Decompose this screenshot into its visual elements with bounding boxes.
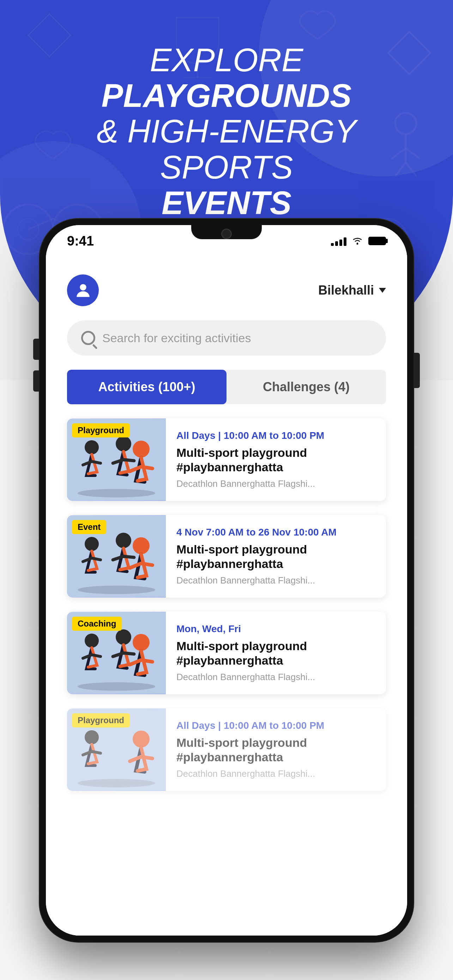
battery-icon [368, 237, 386, 245]
power-button [413, 353, 420, 388]
avatar-icon [73, 281, 93, 300]
time-display: 9:41 [67, 234, 94, 249]
search-placeholder: Search for exciting activities [102, 331, 251, 345]
card-image: Playground [67, 708, 166, 791]
activity-card[interactable]: Coaching Mon, Wed, Fri Multi-sport playg… [67, 612, 386, 694]
card-location: Decathlon Bannerghatta Flagshi... [176, 478, 375, 489]
app-header: Bilekhalli [46, 257, 407, 317]
signal-icon [331, 236, 347, 246]
svg-point-31 [78, 585, 155, 594]
card-badge: Playground [72, 713, 130, 727]
wifi-icon [352, 237, 363, 245]
location-label: Bilekhalli [318, 283, 374, 298]
search-bar[interactable]: Search for exciting activities [67, 320, 386, 356]
app-content: Bilekhalli Search for exciting activitie… [46, 257, 407, 935]
svg-point-38 [116, 629, 131, 645]
phone-screen: 9:41 [46, 225, 407, 935]
notch [191, 225, 262, 239]
status-bar: 9:41 [46, 225, 407, 257]
camera [221, 229, 232, 239]
card-date: All Days | 10:00 AM to 10:00 PM [176, 430, 375, 441]
activity-card[interactable]: Playground All Days | 10:00 AM to 10:00 … [67, 708, 386, 791]
hero-section: EXPLORE PLAYGROUNDS & HIGH-ENERGY SPORTS… [28, 42, 425, 221]
card-image: Playground [67, 418, 166, 501]
hero-line1: EXPLORE [150, 42, 304, 78]
search-icon [81, 331, 95, 345]
svg-point-41 [78, 779, 155, 788]
card-badge: Event [72, 520, 106, 534]
svg-point-42 [85, 730, 99, 745]
card-image: Coaching [67, 612, 166, 694]
activity-card[interactable]: Playground All Days | 10:00 AM to 10:00 … [67, 418, 386, 501]
volume-up-button [33, 339, 40, 360]
avatar[interactable] [67, 274, 99, 306]
svg-point-28 [116, 436, 131, 452]
svg-point-27 [85, 440, 99, 454]
card-badge: Coaching [72, 617, 122, 631]
card-date: Mon, Wed, Fri [176, 624, 375, 635]
tabs-container: Activities (100+) Challenges (4) [67, 370, 386, 404]
card-info: All Days | 10:00 AM to 10:00 PM Multi-sp… [166, 708, 386, 791]
svg-point-43 [133, 730, 149, 748]
cards-container: Playground All Days | 10:00 AM to 10:00 … [46, 418, 407, 791]
card-date: All Days | 10:00 AM to 10:00 PM [176, 720, 375, 731]
card-info: 4 Nov 7:00 AM to 26 Nov 10:00 AM Multi-s… [166, 515, 386, 598]
card-image: Event [67, 515, 166, 598]
activity-card[interactable]: Event 4 Nov 7:00 AM to 26 Nov 10:00 AM M… [67, 515, 386, 598]
card-location: Decathlon Bannerghatta Flagshi... [176, 768, 375, 779]
svg-point-36 [78, 682, 155, 691]
svg-point-23 [357, 243, 358, 245]
hero-line3-bold: EVENTS [162, 185, 291, 221]
tab-challenges[interactable]: Challenges (4) [227, 370, 386, 404]
svg-point-29 [133, 441, 149, 458]
tab-activities[interactable]: Activities (100+) [67, 370, 227, 404]
svg-point-26 [78, 489, 155, 497]
card-info: Mon, Wed, Fri Multi-sport playground #pl… [166, 612, 386, 694]
hero-line2: & HIGH-ENERGY SPORTS [97, 113, 356, 185]
card-date: 4 Nov 7:00 AM to 26 Nov 10:00 AM [176, 527, 375, 538]
card-title: Multi-sport playground #playbannerghatta [176, 542, 375, 571]
svg-point-33 [116, 533, 131, 548]
svg-point-32 [85, 537, 99, 551]
phone-frame: 9:41 [40, 219, 413, 942]
location-chevron-icon [379, 288, 386, 293]
hero-line1-bold: PLAYGROUNDS [102, 78, 352, 114]
card-location: Decathlon Bannerghatta Flagshi... [176, 672, 375, 682]
status-icons [331, 236, 386, 246]
svg-point-37 [85, 633, 99, 648]
volume-down-button [33, 371, 40, 391]
phone-container: 9:41 [40, 219, 413, 942]
svg-point-24 [80, 284, 86, 290]
card-title: Multi-sport playground #playbannerghatta [176, 445, 375, 474]
svg-point-39 [133, 634, 149, 651]
svg-point-34 [133, 537, 149, 554]
card-info: All Days | 10:00 AM to 10:00 PM Multi-sp… [166, 418, 386, 501]
card-title: Multi-sport playground #playbannerghatta [176, 639, 375, 668]
card-badge: Playground [72, 423, 130, 438]
location-selector[interactable]: Bilekhalli [318, 283, 386, 298]
card-location: Decathlon Bannerghatta Flagshi... [176, 575, 375, 586]
card-title: Multi-sport playground #playbannerghatta [176, 735, 375, 764]
